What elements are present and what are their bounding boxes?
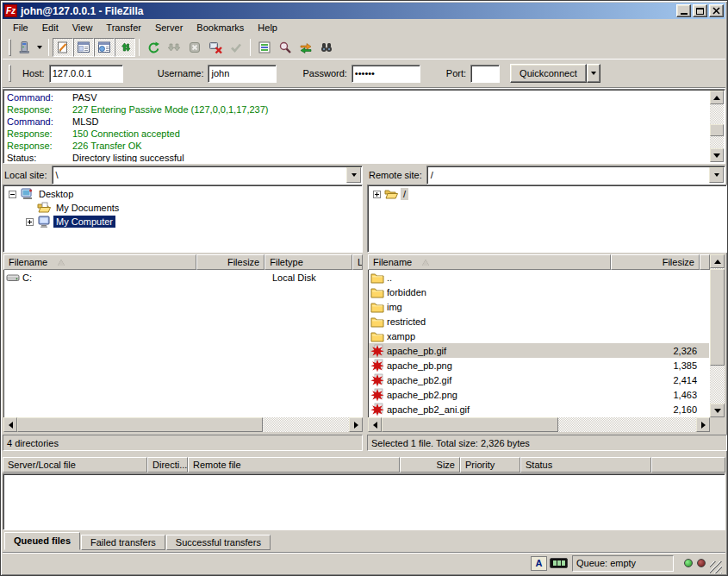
- minimize-button[interactable]: [676, 4, 691, 17]
- quickconnect-bar: Host: Username: Password: Port: Quickcon…: [3, 59, 725, 88]
- column-filetype[interactable]: Filetype: [264, 254, 352, 270]
- filezilla-logo-icon: Fz: [4, 4, 17, 17]
- cancel-operation-button[interactable]: [184, 38, 205, 57]
- quickbar-grip[interactable]: [9, 65, 11, 82]
- menu-view[interactable]: View: [65, 21, 100, 34]
- file-row[interactable]: apache_pb.png1,385: [369, 358, 709, 373]
- collapse-icon[interactable]: [9, 191, 16, 198]
- expand-icon[interactable]: [26, 218, 34, 226]
- column-size[interactable]: Size: [400, 457, 460, 473]
- file-row[interactable]: apache_pb2.gif2,414: [369, 373, 709, 387]
- expand-icon[interactable]: [373, 191, 381, 198]
- file-row[interactable]: C: Local Disk: [4, 270, 362, 285]
- local-site-combobox[interactable]: \: [52, 166, 363, 185]
- scroll-up-button[interactable]: [710, 91, 724, 104]
- filter-button[interactable]: [254, 38, 275, 57]
- scroll-left-button[interactable]: [3, 417, 17, 432]
- compare-button[interactable]: [275, 38, 296, 57]
- toolbar-grip[interactable]: [9, 39, 11, 56]
- tab-successful-transfers[interactable]: Successful transfers: [166, 535, 271, 550]
- folder-icon: [370, 329, 384, 343]
- tree-item-my-documents[interactable]: My Documents: [9, 201, 362, 215]
- quickconnect-button[interactable]: Quickconnect: [510, 64, 587, 83]
- menu-help[interactable]: Help: [251, 21, 284, 34]
- password-input[interactable]: [352, 65, 420, 83]
- chevron-down-icon: [591, 72, 596, 75]
- activity-led-green: [684, 559, 693, 567]
- toggle-queue-button[interactable]: [115, 38, 135, 57]
- scroll-right-button[interactable]: [349, 417, 363, 432]
- remote-hscrollbar[interactable]: [368, 417, 710, 432]
- file-row[interactable]: apache_pb2.png1,463: [369, 387, 709, 402]
- sync-browsing-button[interactable]: [296, 38, 316, 57]
- remote-vscrollbar[interactable]: [710, 254, 725, 417]
- abort-button[interactable]: [226, 38, 246, 57]
- toggle-local-tree-button[interactable]: [73, 38, 94, 57]
- tab-queued-files[interactable]: Queued files: [4, 532, 80, 550]
- file-row[interactable]: ..: [369, 270, 709, 285]
- site-manager-button[interactable]: [14, 38, 34, 57]
- scroll-up-button[interactable]: [710, 254, 725, 268]
- column-last-modified[interactable]: L: [352, 254, 363, 270]
- scroll-down-button[interactable]: [710, 404, 725, 417]
- scroll-thumb[interactable]: [710, 269, 725, 366]
- username-input[interactable]: [208, 65, 277, 83]
- scroll-thumb[interactable]: [382, 417, 558, 432]
- column-blank[interactable]: [651, 457, 725, 473]
- scroll-thumb[interactable]: [17, 417, 263, 432]
- combo-dropdown-button[interactable]: [709, 167, 724, 183]
- file-row[interactable]: img: [369, 299, 709, 314]
- column-filesize[interactable]: Filesize: [611, 254, 700, 270]
- file-row[interactable]: restricted: [369, 314, 709, 329]
- process-queue-button[interactable]: [164, 38, 184, 57]
- toggle-remote-tree-button[interactable]: [94, 38, 115, 57]
- column-sliver[interactable]: [700, 254, 710, 270]
- scroll-left-button[interactable]: [368, 417, 382, 432]
- file-row[interactable]: forbidden: [369, 285, 709, 299]
- remote-site-combobox[interactable]: /: [426, 166, 725, 185]
- menu-edit[interactable]: Edit: [35, 21, 65, 34]
- image-file-icon: [370, 388, 384, 402]
- selected-tree-item: My Computer: [53, 216, 115, 228]
- resize-grip[interactable]: [710, 561, 722, 573]
- refresh-button[interactable]: [143, 38, 164, 57]
- host-input[interactable]: [49, 65, 123, 83]
- tree-item-root[interactable]: /: [373, 187, 726, 201]
- toolbar-separator: [48, 39, 49, 56]
- column-direction[interactable]: Directi...: [147, 457, 188, 473]
- scroll-down-button[interactable]: [710, 148, 724, 162]
- menu-server[interactable]: Server: [148, 21, 190, 34]
- combo-dropdown-button[interactable]: [346, 167, 361, 183]
- log-scrollbar[interactable]: [710, 91, 724, 162]
- log-line: Command:MLSD: [4, 116, 709, 128]
- local-hscrollbar[interactable]: [3, 417, 363, 432]
- documents-folder-icon: [37, 201, 51, 215]
- tree-item-my-computer[interactable]: My Computer: [9, 215, 362, 229]
- process-queue-icon: [167, 41, 181, 54]
- column-filename[interactable]: Filename: [368, 254, 611, 270]
- file-row[interactable]: xampp: [369, 329, 709, 343]
- port-input[interactable]: [470, 65, 500, 83]
- column-status[interactable]: Status: [520, 457, 651, 473]
- column-filename[interactable]: Filename: [3, 254, 196, 270]
- menu-bookmarks[interactable]: Bookmarks: [190, 21, 251, 34]
- column-filesize[interactable]: Filesize: [196, 254, 264, 270]
- scroll-right-button[interactable]: [696, 417, 710, 432]
- find-button[interactable]: [316, 38, 337, 57]
- scroll-thumb[interactable]: [710, 124, 724, 136]
- file-row[interactable]: apache_pb2_ani.gif2,160: [369, 402, 709, 416]
- maximize-button[interactable]: [693, 4, 707, 17]
- tree-item-desktop[interactable]: Desktop: [9, 187, 362, 201]
- file-row-selected[interactable]: apache_pb.gif2,326: [369, 343, 709, 358]
- site-manager-dropdown[interactable]: [34, 38, 45, 57]
- column-server-local-file[interactable]: Server/Local file: [3, 457, 147, 473]
- menu-file[interactable]: File: [6, 21, 35, 34]
- disconnect-button[interactable]: [205, 38, 226, 57]
- column-priority[interactable]: Priority: [460, 457, 520, 473]
- tab-failed-transfers[interactable]: Failed transfers: [81, 535, 165, 550]
- close-button[interactable]: [709, 4, 724, 17]
- quickconnect-dropdown[interactable]: [587, 64, 600, 83]
- column-remote-file[interactable]: Remote file: [188, 457, 400, 473]
- toggle-log-view-button[interactable]: [53, 38, 73, 57]
- menu-transfer[interactable]: Transfer: [99, 21, 148, 34]
